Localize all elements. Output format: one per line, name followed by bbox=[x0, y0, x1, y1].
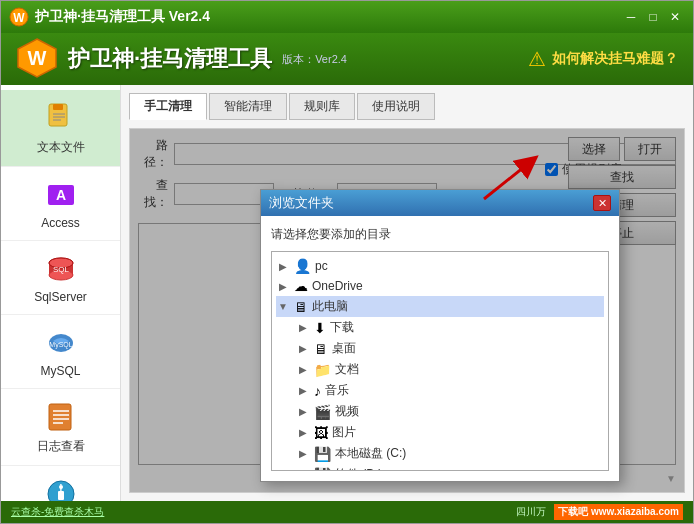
browse-dialog: 浏览文件夹 ✕ 请选择您要添加的目录 ▶ 👤 pc bbox=[260, 189, 620, 482]
tab-smart[interactable]: 智能清理 bbox=[209, 93, 287, 120]
dialog-instruction: 请选择您要添加的目录 bbox=[271, 226, 609, 243]
desktop-icon: 🖥 bbox=[314, 341, 328, 357]
app-header: W 护卫神·挂马清理工具 版本：Ver2.4 ⚠ 如何解决挂马难题？ bbox=[1, 33, 693, 85]
tree-item-software-d[interactable]: ▶ 💾 软件 (D:) bbox=[296, 464, 604, 471]
tree-item-music[interactable]: ▶ ♪ 音乐 bbox=[296, 380, 604, 401]
localdisk-c-icon: 💾 bbox=[314, 446, 331, 462]
svg-text:A: A bbox=[55, 187, 65, 203]
log-icon bbox=[43, 399, 79, 435]
dialog-close-button[interactable]: ✕ bbox=[593, 195, 611, 211]
maximize-button[interactable]: □ bbox=[643, 8, 663, 26]
svg-rect-18 bbox=[49, 404, 71, 430]
tree-item-videos[interactable]: ▶ 🎬 视频 bbox=[296, 401, 604, 422]
titlebar-icon: W bbox=[9, 7, 29, 27]
expand-pictures[interactable]: ▶ bbox=[296, 426, 310, 440]
thispc-label: 此电脑 bbox=[312, 298, 348, 315]
mysql-icon: MySQL bbox=[43, 325, 79, 361]
warning-icon: ⚠ bbox=[528, 47, 546, 71]
thispc-icon: 🖥 bbox=[294, 299, 308, 315]
svg-text:MySQL: MySQL bbox=[49, 341, 72, 349]
pc-icon: 👤 bbox=[294, 258, 311, 274]
main-window: W 护卫神·挂马清理工具 Ver2.4 ─ □ ✕ W 护卫神·挂马清理工具 版… bbox=[0, 0, 694, 524]
desktop-label: 桌面 bbox=[332, 340, 356, 357]
videos-icon: 🎬 bbox=[314, 404, 331, 420]
pc-label: pc bbox=[315, 259, 328, 273]
localdisk-c-label: 本地磁盘 (C:) bbox=[335, 445, 406, 462]
downloads-label: 下载 bbox=[330, 319, 354, 336]
header-title: 护卫神·挂马清理工具 bbox=[68, 44, 272, 74]
tab-rules[interactable]: 规则库 bbox=[289, 93, 355, 120]
tree-item-thispc[interactable]: ▼ 🖥 此电脑 bbox=[276, 296, 604, 317]
about-icon: i bbox=[43, 476, 79, 501]
close-button[interactable]: ✕ bbox=[665, 8, 685, 26]
sidebar-item-sqlserver[interactable]: SQL SqlServer bbox=[1, 241, 120, 315]
sidebar-label-log: 日志查看 bbox=[37, 438, 85, 455]
downloads-icon: ⬇ bbox=[314, 320, 326, 336]
expand-localdisk-c[interactable]: ▶ bbox=[296, 447, 310, 461]
svg-rect-5 bbox=[53, 104, 63, 110]
sidebar-item-log[interactable]: 日志查看 bbox=[1, 389, 120, 466]
svg-text:SQL: SQL bbox=[52, 265, 69, 274]
tree-item-localdisk-c[interactable]: ▶ 💾 本地磁盘 (C:) bbox=[296, 443, 604, 464]
tree-item-pictures[interactable]: ▶ 🖼 图片 bbox=[296, 422, 604, 443]
dialog-titlebar: 浏览文件夹 ✕ bbox=[261, 190, 619, 216]
tab-bar: 手工清理 智能清理 规则库 使用说明 bbox=[129, 93, 685, 120]
expand-software-d[interactable]: ▶ bbox=[296, 468, 310, 472]
warning-text: 如何解决挂马难题？ bbox=[552, 50, 678, 68]
thispc-children: ▶ ⬇ 下载 ▶ 🖥 桌面 bbox=[296, 317, 604, 471]
tree-item-downloads[interactable]: ▶ ⬇ 下载 bbox=[296, 317, 604, 338]
sidebar-label-text-file: 文本文件 bbox=[37, 139, 85, 156]
access-icon: A bbox=[43, 177, 79, 213]
onedrive-label: OneDrive bbox=[312, 279, 363, 293]
sidebar-item-access[interactable]: A Access bbox=[1, 167, 120, 241]
titlebar: W 护卫神·挂马清理工具 Ver2.4 ─ □ ✕ bbox=[1, 1, 693, 33]
tree-item-desktop[interactable]: ▶ 🖥 桌面 bbox=[296, 338, 604, 359]
svg-point-25 bbox=[59, 485, 63, 489]
tab-manual[interactable]: 手工清理 bbox=[129, 93, 207, 120]
expand-desktop[interactable]: ▶ bbox=[296, 342, 310, 356]
expand-videos[interactable]: ▶ bbox=[296, 405, 310, 419]
tree-item-onedrive[interactable]: ▶ ☁ OneDrive bbox=[276, 276, 604, 296]
minimize-button[interactable]: ─ bbox=[621, 8, 641, 26]
folder-tree: ▶ 👤 pc ▶ ☁ OneDrive bbox=[271, 251, 609, 471]
sidebar-item-mysql[interactable]: MySQL MySQL bbox=[1, 315, 120, 389]
tool-panel: 路 径： 查 找： ▼ 替 换： 使用规则库 bbox=[129, 128, 685, 493]
expand-onedrive[interactable]: ▶ bbox=[276, 279, 290, 293]
sidebar: 文本文件 A Access bbox=[1, 85, 121, 501]
expand-documents[interactable]: ▶ bbox=[296, 363, 310, 377]
svg-rect-26 bbox=[58, 491, 64, 500]
tree-item-documents[interactable]: ▶ 📁 文档 bbox=[296, 359, 604, 380]
music-icon: ♪ bbox=[314, 383, 321, 399]
svg-text:W: W bbox=[13, 11, 25, 25]
software-d-icon: 💾 bbox=[314, 467, 331, 472]
text-file-icon bbox=[43, 100, 79, 136]
pictures-label: 图片 bbox=[332, 424, 356, 441]
logo-icon: W bbox=[16, 37, 58, 82]
expand-pc[interactable]: ▶ bbox=[276, 259, 290, 273]
documents-label: 文档 bbox=[335, 361, 359, 378]
sidebar-label-access: Access bbox=[41, 216, 80, 230]
dialog-title: 浏览文件夹 bbox=[269, 194, 593, 212]
content-area: 手工清理 智能清理 规则库 使用说明 路 径： bbox=[121, 85, 693, 501]
sidebar-item-text-file[interactable]: 文本文件 bbox=[1, 90, 120, 167]
titlebar-title: 护卫神·挂马清理工具 Ver2.4 bbox=[35, 8, 621, 26]
sidebar-item-about[interactable]: i 关于我们 bbox=[1, 466, 120, 501]
sidebar-label-mysql: MySQL bbox=[40, 364, 80, 378]
header-version: 版本：Ver2.4 bbox=[282, 52, 347, 67]
expand-downloads[interactable]: ▶ bbox=[296, 321, 310, 335]
expand-thispc[interactable]: ▼ bbox=[276, 300, 290, 314]
footer-right-area: 四川万 下载吧 www.xiazaiba.com bbox=[516, 504, 683, 520]
svg-text:W: W bbox=[28, 47, 47, 69]
footer: 云查杀-免费查杀木马 四川万 下载吧 www.xiazaiba.com bbox=[1, 501, 693, 523]
footer-left-link[interactable]: 云查杀-免费查杀木马 bbox=[11, 505, 104, 519]
tree-item-pc[interactable]: ▶ 👤 pc bbox=[276, 256, 604, 276]
expand-music[interactable]: ▶ bbox=[296, 384, 310, 398]
warning-banner: ⚠ 如何解决挂马难题？ bbox=[528, 47, 678, 71]
tab-help[interactable]: 使用说明 bbox=[357, 93, 435, 120]
software-d-label: 软件 (D:) bbox=[335, 466, 382, 471]
onedrive-icon: ☁ bbox=[294, 278, 308, 294]
pictures-icon: 🖼 bbox=[314, 425, 328, 441]
dialog-overlay: 浏览文件夹 ✕ 请选择您要添加的目录 ▶ 👤 pc bbox=[130, 129, 684, 492]
sqlserver-icon: SQL bbox=[43, 251, 79, 287]
footer-logo: 下载吧 www.xiazaiba.com bbox=[554, 504, 683, 520]
